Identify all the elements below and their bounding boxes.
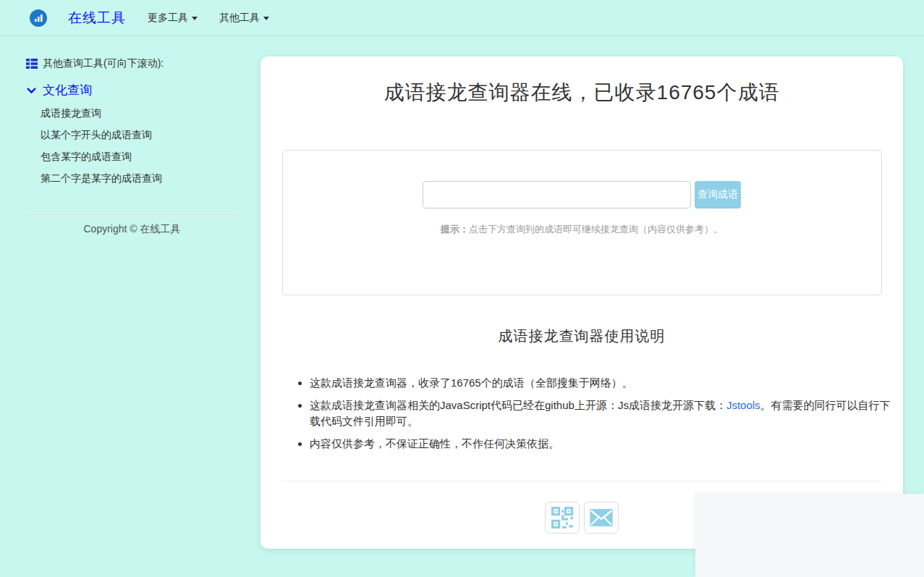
chevron-down-icon: [26, 87, 37, 94]
sidebar-category-label: 文化查询: [43, 82, 92, 98]
nav-other-tools[interactable]: 其他工具: [219, 12, 269, 25]
qr-code-button[interactable]: [545, 502, 580, 534]
sidebar-item-second-char[interactable]: 第二个字是某字的成语查询: [41, 172, 238, 185]
sidebar-divider: [26, 214, 238, 215]
usage-item-3-text: 内容仅供参考，不保证正确性，不作任何决策依据。: [310, 437, 559, 450]
navbar: 在线工具 更多工具 其他工具: [0, 0, 924, 36]
sidebar-item-idiom-chain[interactable]: 成语接龙查询: [41, 106, 238, 120]
query-idiom-button[interactable]: 查询成语: [695, 181, 741, 209]
nav-more-tools[interactable]: 更多工具: [148, 12, 198, 25]
usage-item-1-text: 这款成语接龙查询器，收录了16765个的成语（全部搜集于网络）。: [310, 376, 633, 389]
nav-other-tools-label: 其他工具: [219, 12, 260, 25]
query-hint-label: 提示：: [441, 224, 469, 235]
blank-overlay: [695, 494, 924, 577]
bar-chart-icon: [34, 13, 43, 22]
jstools-link[interactable]: Jstools: [726, 399, 760, 411]
brand-link[interactable]: 在线工具: [68, 9, 126, 28]
caret-down-icon: [192, 17, 198, 20]
envelope-icon: [590, 509, 613, 526]
usage-item-1: 这款成语接龙查询器，收录了16765个的成语（全部搜集于网络）。: [310, 375, 893, 391]
query-row: 查询成语: [283, 181, 881, 209]
app-root: 在线工具 更多工具 其他工具 其他查询工具(可向下滚动):: [0, 0, 924, 577]
query-hint-text: 点击下方查询到的成语即可继续接龙查询（内容仅供参考）。: [469, 224, 723, 235]
usage-item-3: 内容仅供参考，不保证正确性，不作任何决策依据。: [310, 436, 893, 452]
sidebar-category-culture[interactable]: 文化查询: [26, 82, 238, 98]
idiom-input[interactable]: [423, 181, 691, 209]
sidebar-header: 其他查询工具(可向下滚动):: [26, 57, 238, 70]
sidebar-item-starts-with[interactable]: 以某个字开头的成语查询: [41, 128, 238, 142]
page-title: 成语接龙查询器在线，已收录16765个成语: [271, 78, 893, 106]
sidebar-item-contains[interactable]: 包含某字的成语查询: [41, 150, 238, 164]
caret-down-icon: [263, 17, 269, 20]
email-button[interactable]: [584, 502, 619, 534]
footer-divider: [281, 481, 882, 481]
list-icon: [26, 59, 38, 69]
nav-more-tools-label: 更多工具: [148, 12, 188, 25]
query-hint: 提示：点击下方查询到的成语即可继续接龙查询（内容仅供参考）。: [283, 223, 881, 236]
main-panel: 成语接龙查询器在线，已收录16765个成语 查询成语 提示：点击下方查询到的成语…: [260, 56, 903, 549]
usage-list: 这款成语接龙查询器，收录了16765个的成语（全部搜集于网络）。 这款成语接龙查…: [260, 375, 903, 452]
qr-code-icon: [551, 507, 573, 528]
usage-item-2: 这款成语接龙查询器相关的JavaScript代码已经在github上开源：Js成…: [310, 397, 893, 429]
usage-item-2-text-before: 这款成语接龙查询器相关的JavaScript代码已经在github上开源：Js成…: [310, 399, 726, 411]
query-card: 查询成语 提示：点击下方查询到的成语即可继续接龙查询（内容仅供参考）。: [282, 150, 882, 295]
sidebar: 其他查询工具(可向下滚动): 文化查询 成语接龙查询 以某个字开头的成语查询 包…: [26, 57, 238, 236]
usage-heading: 成语接龙查询器使用说明: [260, 327, 903, 346]
sidebar-copyright: Copyright © 在线工具: [26, 223, 238, 236]
sidebar-item-list: 成语接龙查询 以某个字开头的成语查询 包含某字的成语查询 第二个字是某字的成语查…: [26, 106, 238, 185]
sidebar-header-label: 其他查询工具(可向下滚动):: [43, 57, 164, 70]
site-logo[interactable]: [30, 9, 47, 27]
